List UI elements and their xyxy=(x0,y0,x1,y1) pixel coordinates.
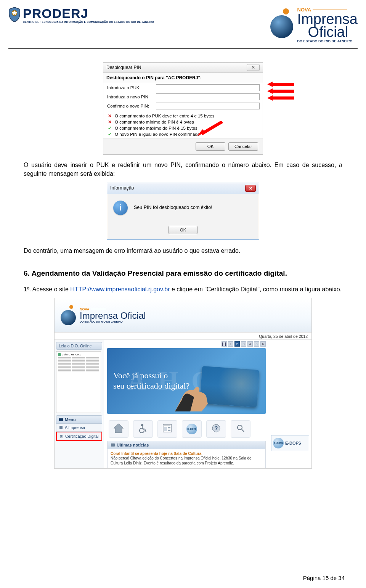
site-logo: NOVA Imprensa Oficial DO ESTADO DO RIO D… xyxy=(60,304,146,326)
footer-text: Página xyxy=(303,575,323,581)
pager-num[interactable]: 1 xyxy=(228,341,233,347)
text-span: e clique em "Certificação Digital", como… xyxy=(170,286,342,292)
rule-text: O comprimento máximo do PIN é 15 bytes xyxy=(115,126,197,130)
menu-item-imprensa[interactable]: A Imprensa xyxy=(56,424,102,432)
leia-do-online-tab[interactable]: Leia o D.O. Online xyxy=(56,342,102,350)
svg-point-12 xyxy=(141,424,143,426)
pager-pause-icon[interactable]: ❚❚ xyxy=(222,341,227,347)
text-span: 1º. Acesse o site xyxy=(24,286,70,292)
pager-num-active[interactable]: 2 xyxy=(234,341,240,347)
section-heading: 6. Agendamento da Validação Presencial p… xyxy=(24,268,342,279)
orange-line-icon xyxy=(313,10,347,10)
certificate-icon xyxy=(59,434,64,439)
confirm-pin-row: Confirme o novo PIN: xyxy=(103,101,263,111)
help-shortcut[interactable]: ? xyxy=(206,420,226,438)
svg-text:?: ? xyxy=(215,425,218,431)
dialog-titlebar: Desbloquear PIN ✕ xyxy=(103,63,263,73)
new-pin-input[interactable] xyxy=(156,93,260,100)
puk-row: Introduza o PUK: xyxy=(103,83,263,92)
diario-oficial-preview[interactable]: DIÁRIO OFICIAL xyxy=(56,351,101,413)
svg-rect-10 xyxy=(59,426,63,429)
svg-rect-19 xyxy=(168,430,170,431)
svg-rect-18 xyxy=(168,429,170,429)
menu-item-certificacao-digital[interactable]: Certificação Digital xyxy=(56,432,102,441)
news-heading: Últimas notícias xyxy=(108,441,265,449)
svg-rect-9 xyxy=(59,420,63,421)
imprensa-word: Imprensa xyxy=(297,13,358,26)
new-pin-label: Introduza o novo PIN: xyxy=(107,95,154,99)
dialog-button-row: OK Cancelar xyxy=(103,138,263,154)
new-pin-row: Introduza o novo PIN: xyxy=(103,92,263,101)
news-icon xyxy=(111,443,115,447)
close-button[interactable]: ✕ xyxy=(247,64,260,71)
imprensa-oficial-mark-icon xyxy=(60,304,77,326)
svg-point-1 xyxy=(270,15,293,38)
proderj-logo: PRODERJ CENTRO DE TECNOLOGIA DA INFORMAÇ… xyxy=(8,7,154,24)
info-icon: i xyxy=(113,201,128,215)
unblock-pin-dialog: Desbloquear PIN ✕ Desbloqueando o PIN pa… xyxy=(103,62,263,155)
arrow-left-icon xyxy=(267,82,294,87)
ok-button[interactable]: OK xyxy=(169,226,197,234)
mini-coat-of-arms-icon xyxy=(58,353,61,356)
proderj-wordmark: PRODERJ xyxy=(23,7,154,20)
svg-point-5 xyxy=(61,310,76,325)
news-panel: Últimas notícias Coral Infantil se apres… xyxy=(107,441,266,469)
pager-num[interactable]: 4 xyxy=(247,341,253,347)
site-logo-text: Imprensa Oficial xyxy=(80,311,146,320)
question-icon: ? xyxy=(212,424,221,434)
home-shortcut[interactable] xyxy=(109,420,128,438)
certificado-banner[interactable]: A H Q L Você já possui o seu certificado… xyxy=(107,348,266,414)
cancel-button[interactable]: Cancelar xyxy=(228,142,258,151)
newspaper-icon xyxy=(162,423,173,434)
edofs-shortcut[interactable]: e-dofs xyxy=(182,420,202,438)
search-shortcut[interactable] xyxy=(231,420,250,438)
nova-imprensa-oficial-logo: NOVA Imprensa Oficial DO ESTADO DO RIO D… xyxy=(269,7,358,43)
svg-point-22 xyxy=(238,425,242,430)
puk-input[interactable] xyxy=(156,84,260,91)
accessibility-shortcut[interactable] xyxy=(133,420,153,438)
nio-subtitle: DO ESTADO DO RIO DE JANEIRO xyxy=(297,39,353,43)
card-in-hand-illustration: Certificado Digital xyxy=(175,358,263,411)
close-button[interactable]: ✕ xyxy=(245,185,256,192)
site-body: Leia o D.O. Online DIÁRIO OFICIAL Menu xyxy=(55,340,311,469)
paragraph: O usuário deve inserir o PUK e redefinir… xyxy=(24,161,342,178)
confirm-pin-label: Confirme o novo PIN: xyxy=(107,104,154,108)
ok-button[interactable]: OK xyxy=(196,142,225,151)
dialog-title: Desbloquear PIN xyxy=(106,65,141,70)
oficial-word: Oficial xyxy=(308,26,348,39)
paragraph: Do contrário, uma mensagem de erro infor… xyxy=(24,247,342,255)
pager-num[interactable]: 3 xyxy=(241,341,246,347)
site-header: NOVA Imprensa Oficial DO ESTADO DO RIO D… xyxy=(55,298,311,333)
page-footer: Página 15 de 34 xyxy=(303,575,345,581)
arrow-left-icon xyxy=(267,88,294,94)
news-text: Não perca! Oitava edição do Concertos na… xyxy=(111,456,262,466)
state-coat-of-arms-icon xyxy=(8,7,21,24)
menu-item-label: A Imprensa xyxy=(65,425,85,430)
menu-icon xyxy=(59,417,63,422)
diario-shortcut[interactable] xyxy=(157,420,177,438)
site-sidebar: Leia o D.O. Online DIÁRIO OFICIAL Menu xyxy=(55,340,104,469)
site-link[interactable]: HTTP://www.imprensaoficial.rj.gov.br xyxy=(70,286,170,292)
book-icon xyxy=(59,425,63,430)
rule-item: ✕ O comprimento mínimo do PIN é 4 bytes xyxy=(107,119,260,125)
orange-line-icon xyxy=(91,309,106,309)
header-divider xyxy=(8,48,358,49)
document-body: O usuário deve inserir o PUK e redefinir… xyxy=(0,159,366,294)
ok-arrow-annotation xyxy=(196,121,223,136)
check-mark-icon: ✓ xyxy=(107,125,112,131)
wheelchair-icon xyxy=(138,423,148,435)
svg-rect-16 xyxy=(164,427,167,431)
pager-num[interactable]: 5 xyxy=(254,341,259,347)
info-button-row: OK xyxy=(107,222,259,239)
menu-item-label: Certificação Digital xyxy=(65,434,99,439)
rule-item: ✓ O novo PIN é igual ao novo PIN confirm… xyxy=(107,131,260,137)
pager-num[interactable]: 6 xyxy=(260,341,266,347)
confirm-pin-input[interactable] xyxy=(156,103,260,109)
page-header: PRODERJ CENTRO DE TECNOLOGIA DA INFORMAÇ… xyxy=(0,0,366,46)
edofs-box[interactable]: e-dofs E-DOFS xyxy=(271,435,309,451)
page-total: 34 xyxy=(338,575,345,581)
date-row: Quarta, 25 de abril de 2012 xyxy=(55,333,311,340)
puk-label: Introduza o PUK: xyxy=(107,85,154,90)
news-headline[interactable]: Coral Infantil se apresenta hoje na Sala… xyxy=(111,451,262,456)
imprensa-oficial-mark-icon xyxy=(269,7,294,40)
